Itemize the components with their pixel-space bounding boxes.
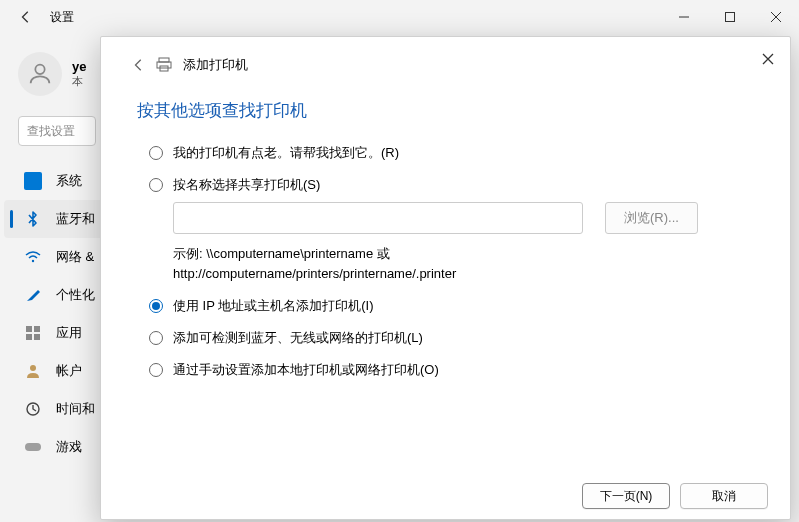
- radio-icon: [149, 178, 163, 192]
- sidebar-item-label: 游戏: [56, 438, 82, 456]
- radio-icon: [149, 146, 163, 160]
- dialog-footer: 下一页(N) 取消: [101, 473, 790, 519]
- sidebar-item-label: 时间和: [56, 400, 95, 418]
- dialog-back-button[interactable]: [129, 55, 149, 75]
- option-label: 使用 IP 地址或主机名添加打印机(I): [173, 297, 374, 315]
- brush-icon: [24, 286, 42, 304]
- person-icon: [24, 362, 42, 380]
- option-wireless[interactable]: 添加可检测到蓝牙、无线或网络的打印机(L): [149, 329, 742, 347]
- option-manual[interactable]: 通过手动设置添加本地打印机或网络打印机(O): [149, 361, 742, 379]
- account-block[interactable]: ye 本: [18, 52, 110, 96]
- svg-point-2: [35, 65, 44, 74]
- svg-rect-6: [26, 334, 32, 340]
- dialog-close-button[interactable]: [756, 47, 780, 71]
- bluetooth-icon: [24, 210, 42, 228]
- printer-icon: [155, 56, 173, 74]
- cancel-button[interactable]: 取消: [680, 483, 768, 509]
- window-title: 设置: [50, 9, 74, 26]
- svg-rect-1: [726, 13, 735, 22]
- sidebar-item-label: 蓝牙和: [56, 210, 95, 228]
- dialog-body: 我的打印机有点老。请帮我找到它。(R) 按名称选择共享打印机(S) 浏览(R).…: [101, 144, 790, 473]
- radio-icon: [149, 299, 163, 313]
- sidebar-item-accounts[interactable]: 帐户: [0, 352, 110, 390]
- svg-rect-5: [34, 326, 40, 332]
- radio-icon: [149, 363, 163, 377]
- add-printer-dialog: 添加打印机 按其他选项查找打印机 我的打印机有点老。请帮我找到它。(R) 按名称…: [100, 36, 791, 520]
- dialog-header: 添加打印机: [101, 37, 790, 85]
- svg-rect-10: [25, 443, 41, 451]
- sidebar-item-label: 网络 &: [56, 248, 94, 266]
- window-titlebar: 设置: [0, 0, 799, 34]
- option-label: 我的打印机有点老。请帮我找到它。(R): [173, 144, 399, 162]
- dialog-subtitle: 按其他选项查找打印机: [101, 85, 790, 144]
- sidebar-item-label: 帐户: [56, 362, 82, 380]
- clock-icon: [24, 400, 42, 418]
- sidebar-item-personalization[interactable]: 个性化: [0, 276, 110, 314]
- minimize-button[interactable]: [661, 0, 707, 34]
- sidebar-item-time[interactable]: 时间和: [0, 390, 110, 428]
- close-button[interactable]: [753, 0, 799, 34]
- example-text: 示例: \\computername\printername 或 http://…: [173, 244, 742, 283]
- option-by-ip[interactable]: 使用 IP 地址或主机名添加打印机(I): [149, 297, 742, 315]
- maximize-button[interactable]: [707, 0, 753, 34]
- option-old-printer[interactable]: 我的打印机有点老。请帮我找到它。(R): [149, 144, 742, 162]
- share-name-input[interactable]: [173, 202, 583, 234]
- browse-button[interactable]: 浏览(R)...: [605, 202, 698, 234]
- account-name: ye: [72, 59, 86, 74]
- sidebar-item-gaming[interactable]: 游戏: [0, 428, 110, 466]
- svg-point-8: [30, 365, 36, 371]
- account-sub: 本: [72, 74, 86, 89]
- avatar-icon: [18, 52, 62, 96]
- sidebar-item-bluetooth[interactable]: 蓝牙和: [4, 200, 106, 238]
- svg-rect-12: [157, 62, 171, 68]
- dialog-title: 添加打印机: [183, 56, 248, 74]
- radio-icon: [149, 331, 163, 345]
- option-label: 通过手动设置添加本地打印机或网络打印机(O): [173, 361, 439, 379]
- next-button[interactable]: 下一页(N): [582, 483, 670, 509]
- svg-rect-7: [34, 334, 40, 340]
- option-label: 按名称选择共享打印机(S): [173, 176, 320, 194]
- wifi-icon: [24, 248, 42, 266]
- option-label: 添加可检测到蓝牙、无线或网络的打印机(L): [173, 329, 423, 347]
- svg-point-3: [32, 260, 34, 262]
- sidebar-item-network[interactable]: 网络 &: [0, 238, 110, 276]
- system-icon: [24, 172, 42, 190]
- sidebar-item-label: 应用: [56, 324, 82, 342]
- sidebar: ye 本 查找设置 系统 蓝牙和 网络 & 个性化: [0, 34, 110, 522]
- search-input[interactable]: 查找设置: [18, 116, 96, 146]
- back-button[interactable]: [16, 7, 36, 27]
- svg-rect-11: [159, 58, 169, 62]
- sidebar-item-system[interactable]: 系统: [0, 162, 110, 200]
- share-name-group: 浏览(R)... 示例: \\computername\printername …: [173, 202, 742, 283]
- sidebar-item-label: 个性化: [56, 286, 95, 304]
- sidebar-item-label: 系统: [56, 172, 82, 190]
- sidebar-item-apps[interactable]: 应用: [0, 314, 110, 352]
- svg-rect-4: [26, 326, 32, 332]
- option-by-name[interactable]: 按名称选择共享打印机(S): [149, 176, 742, 194]
- apps-icon: [24, 324, 42, 342]
- gaming-icon: [24, 438, 42, 456]
